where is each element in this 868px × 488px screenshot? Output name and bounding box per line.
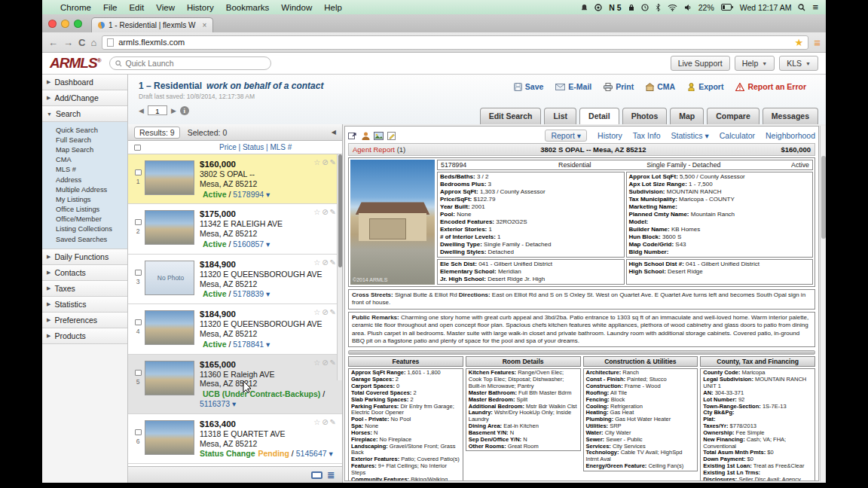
bookmark-star-icon[interactable]: ★ [795,37,804,48]
listing-thumbnail[interactable] [145,210,194,245]
wifi-icon[interactable] [668,4,677,11]
live-support-button[interactable]: Live Support [671,56,730,71]
note-icon[interactable]: ✎ [330,418,338,426]
export-button[interactable]: Export [687,82,723,91]
sort-columns-links[interactable]: Price | Status | MLS # [219,143,292,151]
tax-info-link[interactable]: Tax Info [633,131,661,140]
mac-menu-item[interactable]: Edit [129,3,144,12]
notification-bell-icon[interactable] [581,4,588,11]
next-page-arrow[interactable]: ▶ [171,107,176,114]
help-button[interactable]: Help▼ [735,56,775,71]
mac-menu-item[interactable]: History [187,3,214,12]
adobe-badge[interactable]: N 5 [609,3,621,12]
info-icon[interactable]: i [180,106,189,115]
listing-thumbnail[interactable] [145,420,194,455]
favorite-star-icon[interactable]: ☆ [313,418,322,426]
url-input[interactable] [118,38,790,47]
property-photo[interactable]: ©2014 ARMLS [350,160,435,285]
sidebar-subitem[interactable]: Listing Collections [56,224,127,234]
view-tab[interactable]: Messages [763,108,818,124]
sidebar-subitem[interactable]: Map Search [56,145,127,154]
home-button[interactable]: ⌂ [90,38,96,47]
bluetooth-icon[interactable] [656,4,661,11]
favorite-star-icon[interactable]: ☆ [313,208,322,216]
chrome-menu-icon[interactable]: ≡ [814,36,820,49]
notification-center-icon[interactable]: ≡ [812,2,818,13]
reject-icon[interactable]: ⊘ [322,208,329,216]
save-button[interactable]: Save [514,82,544,91]
view-tab[interactable]: Detail [579,108,619,124]
calculator-link[interactable]: Calculator [720,131,755,140]
prev-page-arrow[interactable]: ◀ [139,107,144,114]
sidebar-subitem[interactable]: Office/Member [56,215,127,224]
sidebar-section[interactable]: ▶ Statistics [42,297,127,313]
report-error-button[interactable]: Report an Error [735,82,806,91]
favorite-star-icon[interactable]: ☆ [313,308,322,316]
sidebar-section[interactable]: ▶ Daily Functions [42,249,127,265]
forward-button[interactable]: → [63,38,73,47]
armls-logo[interactable]: ARMLS® [50,55,100,72]
collapse-panel-arrow[interactable]: ◀ [332,129,336,136]
mac-menu-item[interactable]: Window [281,3,312,12]
sidebar-section[interactable]: ▶ Dashboard [42,75,127,90]
mls-number-link[interactable]: 5178841 ▾ [233,340,270,349]
close-window-button[interactable] [48,20,57,28]
sidebar-section[interactable]: ▶ Add/Change [42,90,127,106]
sidebar-subitem[interactable]: Quick Search [56,125,127,135]
reject-icon[interactable]: ⊘ [322,258,329,267]
sidebar-subitem[interactable]: Full Search [56,135,127,145]
view-tab[interactable]: List [544,108,576,124]
reject-icon[interactable]: ⊘ [322,358,329,367]
back-button[interactable]: ← [48,38,58,47]
sidebar-subitem[interactable]: Address [56,175,127,185]
contact-person-icon[interactable] [361,131,371,141]
window-controls[interactable] [48,20,82,28]
mac-menu-item[interactable]: Help [324,3,342,12]
select-all-checkbox[interactable] [134,145,141,151]
quick-launch-box[interactable] [109,56,271,70]
row-checkbox[interactable] [135,319,142,325]
row-checkbox[interactable] [135,370,142,376]
quick-launch-input[interactable] [125,59,265,68]
view-tab[interactable]: Edit Search [480,108,542,124]
lock-icon[interactable] [628,4,634,11]
time-machine-icon[interactable] [641,4,649,11]
view-tab[interactable]: Map [670,108,704,124]
sidebar-subitem[interactable]: My Listings [56,194,127,204]
tab-close-icon[interactable]: × [202,21,206,29]
listing-row[interactable]: 7 $150,000 11347 E QUINTANA AVE Mesa, AZ [128,464,342,466]
card-view-icon[interactable] [311,471,322,479]
results-scrollbar[interactable] [337,154,342,380]
mac-menu-item[interactable]: View [156,3,175,12]
sidebar-section[interactable]: ▶ Contacts [42,265,127,281]
listing-row[interactable]: 6 $163,400 11318 E QUARTET AVE Mesa, AZ [128,414,342,464]
email-button[interactable]: E-Mail [555,82,591,91]
help-dropdown-caret[interactable]: ▼ [762,61,767,66]
sidebar-subitem[interactable]: Office Listings [56,205,127,215]
row-checkbox[interactable] [135,270,142,276]
sidebar-section[interactable]: ▼ Search [42,106,127,122]
sidebar-section[interactable]: ▶ Taxes [42,281,127,297]
minimize-window-button[interactable] [61,20,69,28]
listing-row[interactable]: 1 $160,000 3802 S OPAL -- Mesa, AZ 85212 [128,154,342,204]
reload-button[interactable]: C [78,38,85,47]
sidebar-subitem[interactable]: MLS # [56,165,127,175]
sidebar-section[interactable]: ▶ Products [42,328,127,344]
listing-row[interactable]: 4 $184,900 11320 E QUEENSBOROUGH AVE Mes [128,304,342,354]
neighborhood-link[interactable]: Neighborhood [766,131,815,140]
favorite-star-icon[interactable]: ☆ [313,158,322,166]
list-view-icon[interactable]: ≣ [327,470,335,480]
zoom-window-button[interactable] [74,20,82,28]
sidebar-subitem[interactable]: Multiple Address [56,185,127,194]
statistics-dropdown[interactable]: Statistics ▾ [671,131,709,140]
row-checkbox[interactable] [135,429,142,435]
record-icon[interactable] [594,4,602,11]
address-bar[interactable]: ★ [102,35,808,50]
favorite-star-icon[interactable]: ☆ [313,258,322,267]
view-tab[interactable]: Compare [707,108,760,124]
report-dropdown[interactable]: Report ▾ [545,130,587,142]
cma-button[interactable]: CMA [646,82,675,91]
listing-row[interactable]: 5 $165,000 11360 E Raleigh AVE Mesa, AZ [128,355,342,414]
listing-row[interactable]: 2 $175,000 11342 E RALEIGH AVE Mesa, AZ [128,204,342,254]
mac-menu-item[interactable]: Chrome [60,3,91,12]
